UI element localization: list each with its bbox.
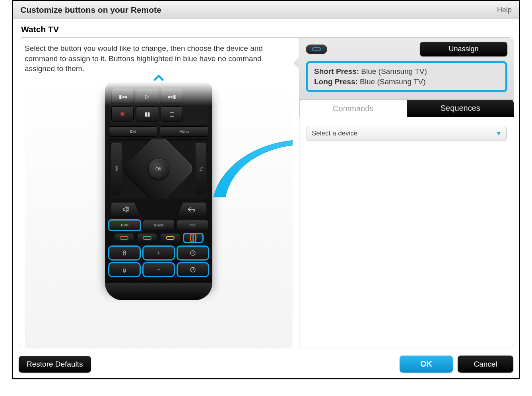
remote-btn-play[interactable]: ▷ — [136, 89, 158, 104]
window-title: Customize buttons on your Remote — [20, 5, 161, 15]
remote-btn-back[interactable] — [177, 203, 206, 216]
restore-defaults-button[interactable]: Restore Defaults — [19, 356, 91, 373]
remote-btn-light-up[interactable] — [109, 246, 140, 260]
remote-btn-volume[interactable]: Vol — [111, 143, 122, 195]
scroll-up-icon[interactable] — [25, 71, 293, 82]
remote-btn-exit[interactable]: Exit — [109, 126, 157, 137]
svg-point-0 — [190, 251, 195, 255]
remote-btn-minus[interactable]: － — [143, 263, 174, 276]
remote-stage: ▮◂◂ ▷ ▸▸▮ ▮▮ ▢ Exit Menu — [25, 82, 293, 348]
ok-button[interactable]: OK — [400, 355, 453, 373]
remote-btn-ok[interactable]: OK — [149, 159, 169, 179]
selected-button-badge — [306, 44, 327, 54]
help-link[interactable]: Help — [497, 6, 512, 14]
remote-btn-next[interactable]: ▸▸▮ — [161, 89, 183, 104]
remote-btn-dvr[interactable]: DVR — [109, 220, 140, 230]
device-select-dropdown[interactable]: Select a device ▼ — [307, 126, 507, 141]
remote-panel: Select the button you would like to chan… — [18, 38, 299, 348]
device-select-value: Select a device — [312, 129, 357, 137]
chevron-down-icon: ▼ — [496, 130, 501, 137]
remote-btn-blue-selected[interactable] — [184, 234, 203, 242]
short-press-label: Short Press: — [314, 67, 359, 75]
svg-point-3 — [190, 267, 195, 272]
remote-btn-socket-down[interactable] — [177, 263, 208, 276]
remote-btn-guide[interactable]: Guide — [143, 220, 174, 230]
remote-btn-page[interactable]: Pg — [196, 143, 206, 195]
short-press-value: Blue (Samsung TV) — [361, 67, 427, 75]
assignment-panel: Unassign Short Press: Blue (Samsung TV) … — [299, 38, 514, 348]
callout-arrow-icon — [206, 129, 293, 201]
unassign-button[interactable]: Unassign — [420, 42, 507, 56]
cancel-button[interactable]: Cancel — [458, 355, 513, 373]
remote-btn-green[interactable] — [138, 234, 157, 242]
main-content: Select the button you would like to chan… — [18, 37, 514, 348]
titlebar: Customize buttons on your Remote Help — [13, 1, 519, 19]
remote-btn-mute[interactable] — [111, 203, 140, 216]
panel-pointer-icon — [294, 58, 299, 69]
remote-btn-plus[interactable]: ＋ — [143, 246, 174, 260]
tab-sequences[interactable]: Sequences — [407, 100, 514, 117]
instructions-text: Select the button you would like to chan… — [25, 43, 293, 74]
remote-btn-menu[interactable]: Menu — [160, 126, 208, 137]
footer: Restore Defaults OK Cancel — [13, 352, 519, 378]
long-press-label: Long Press: — [314, 77, 358, 86]
remote-btn-stop[interactable]: ▢ — [161, 106, 183, 122]
activity-name: Watch TV — [13, 19, 519, 37]
remote-btn-socket-up[interactable] — [177, 246, 208, 260]
press-assignments-box: Short Press: Blue (Samsung TV) Long Pres… — [306, 61, 507, 92]
remote-btn-prev[interactable]: ▮◂◂ — [111, 89, 134, 104]
remote: ▮◂◂ ▷ ▸▸▮ ▮▮ ▢ Exit Menu — [105, 82, 212, 291]
remote-btn-yellow[interactable] — [161, 234, 180, 242]
remote-btn-record[interactable] — [111, 106, 134, 122]
remote-btn-info[interactable]: Info — [177, 220, 208, 230]
remote-btn-light-down[interactable] — [109, 263, 140, 276]
tab-commands[interactable]: Commands — [299, 100, 407, 117]
remote-btn-red[interactable] — [115, 234, 134, 242]
long-press-value: Blue (Samsung TV) — [360, 77, 425, 86]
remote-btn-pause[interactable]: ▮▮ — [136, 106, 158, 122]
